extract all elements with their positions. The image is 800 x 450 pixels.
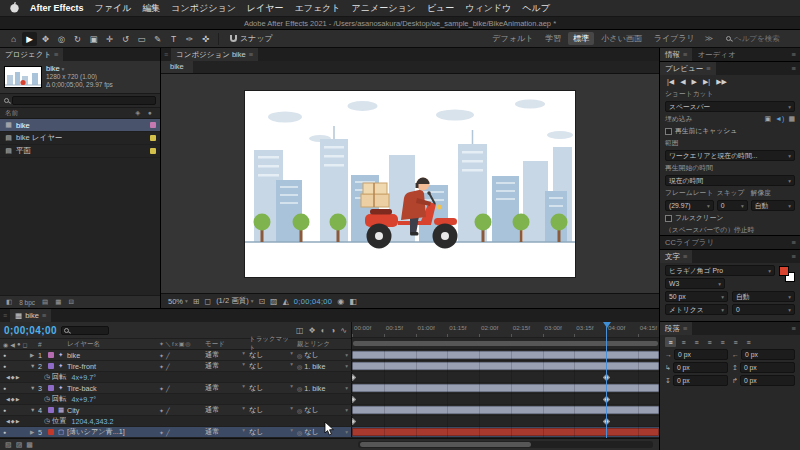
play-from-select[interactable]: 現在の時間▾ — [665, 175, 795, 186]
layer-label-chip[interactable] — [48, 385, 54, 391]
property-name[interactable]: 回転 — [52, 372, 66, 382]
pickwhip-icon[interactable]: ◎ — [297, 363, 302, 370]
parent-link-select[interactable]: ◎なし▾ — [297, 427, 351, 437]
menu-item[interactable]: ファイル — [95, 2, 132, 15]
tab-cc-libraries[interactable]: CCライブラリ — [660, 236, 719, 249]
current-time-display[interactable]: 0;00;04;00 — [4, 325, 57, 336]
kerning-select[interactable]: メトリクス▾ — [665, 304, 728, 315]
project-item-row[interactable]: ▤ 平面 — [0, 145, 160, 158]
range-select[interactable]: ワークエリアと現在の時間...▾ — [665, 150, 795, 161]
layer-switch-icons[interactable]: ✦╱ — [159, 364, 172, 370]
paragraph-value-field[interactable]: 0 px — [673, 375, 728, 386]
layer-name-header[interactable]: レイヤー名 — [67, 340, 159, 349]
layer-switch-icons[interactable]: ✦╱ — [159, 353, 172, 359]
menu-item[interactable]: ヘルプ — [522, 2, 550, 15]
show-channel-icon[interactable]: ◧ — [349, 297, 357, 306]
track-matte-select[interactable]: なし▾ — [249, 350, 297, 360]
motion-blur-icon[interactable]: ◑ — [330, 326, 335, 335]
rotation-tool[interactable]: ↺ — [118, 32, 133, 46]
layer-name[interactable]: bike — [67, 351, 159, 360]
help-search[interactable] — [726, 34, 792, 43]
parent-link-select[interactable]: ◎1. bike▾ — [297, 362, 351, 371]
panel-gripper-icon[interactable]: ≡ — [0, 312, 10, 319]
workspace-tab[interactable]: ライブラリ — [649, 32, 700, 45]
camera-tool[interactable]: ▣ — [86, 32, 101, 46]
tab-composition[interactable]: コンポジション bike≡ — [171, 48, 258, 61]
name-column-header[interactable]: 名前 — [5, 109, 18, 118]
eye-icon[interactable]: ● — [3, 407, 6, 413]
property-value[interactable]: 1204.4,343.2 — [71, 417, 113, 426]
snap-control[interactable]: スナップ — [230, 33, 273, 44]
last-frame-button[interactable]: ▶▶ — [716, 78, 727, 86]
viewer-current-time[interactable]: 0;00;04;00 — [294, 297, 332, 306]
expander-icon[interactable]: ▶ — [30, 352, 38, 358]
label-color-chip[interactable] — [150, 135, 156, 141]
workspace-tab[interactable]: デフォルト — [487, 32, 538, 45]
timeline-layer-row[interactable]: ● ▶ 1 ✦ bike ✦╱ 通常▾ なし▾ ◎なし▾ — [0, 350, 659, 361]
choose-grid-and-guides-icon[interactable]: ⊞ — [193, 297, 200, 306]
cache-before-playback-checkbox[interactable] — [665, 128, 672, 135]
leading-select[interactable]: 自動▾ — [732, 291, 795, 302]
pickwhip-icon[interactable]: ◎ — [297, 429, 302, 436]
pickwhip-icon[interactable]: ◎ — [297, 407, 302, 414]
align-center-button[interactable]: ≡ — [678, 337, 689, 347]
timeline-horizontal-scrollbar[interactable] — [358, 441, 653, 448]
menu-item[interactable]: ビュー — [427, 2, 454, 15]
parent-link-select[interactable]: ◎なし▾ — [297, 405, 351, 415]
font-size-select[interactable]: 50 px▾ — [665, 291, 728, 302]
blend-mode-select[interactable]: 通常▾ — [205, 405, 249, 415]
keyframe-track[interactable] — [352, 416, 659, 426]
expander-icon[interactable]: ▼ — [30, 363, 38, 369]
new-composition-icon[interactable]: ▦ — [55, 298, 61, 306]
layer-duration-bar[interactable] — [352, 406, 659, 414]
paragraph-value-field[interactable]: 0 px — [673, 362, 728, 373]
layer-bar-track[interactable] — [352, 383, 659, 393]
label-color-chip[interactable] — [150, 148, 156, 154]
track-matte-select[interactable]: なし▾ — [249, 427, 297, 437]
paragraph-value-field[interactable]: 0 px — [741, 349, 795, 360]
eye-icon[interactable]: ● — [3, 352, 6, 358]
blend-mode-select[interactable]: 通常▾ — [205, 350, 249, 360]
layer-label-chip[interactable] — [48, 429, 54, 435]
next-frame-button[interactable]: ▶| — [703, 78, 710, 86]
menu-item[interactable]: エフェクト — [294, 2, 340, 15]
panel-menu-icon[interactable]: ≡ — [42, 311, 46, 320]
stopwatch-icon[interactable]: ◷ — [44, 395, 50, 403]
stopwatch-icon[interactable]: ◷ — [44, 373, 50, 381]
layer-name[interactable]: City — [67, 406, 159, 415]
graph-editor-icon[interactable]: ∿ — [340, 326, 347, 335]
timeline-property-row[interactable]: ◀◆▶ ◷ 位置 1204.4,343.2 — [0, 416, 659, 427]
tab-timeline-bike[interactable]: ▦ bike ≡ — [10, 309, 51, 322]
property-value[interactable]: 4x+9.7° — [71, 373, 96, 382]
paragraph-value-field[interactable]: 0 px — [740, 362, 795, 373]
timeline-layer-row[interactable]: ● ▼ 2 ✦ Tire-front ✦╱ 通常▾ なし▾ ◎1. bike▾ — [0, 361, 659, 372]
region-of-interest-icon[interactable]: ⊡ — [258, 297, 265, 306]
layer-duration-bar[interactable] — [352, 362, 659, 370]
fill-stroke-swatch[interactable] — [779, 266, 795, 282]
panel-menu-icon[interactable]: ≡ — [788, 64, 800, 73]
layer-label-chip[interactable] — [48, 363, 54, 369]
draft-3d-icon[interactable]: ❖ — [308, 326, 315, 335]
layer-bar-track[interactable] — [352, 350, 659, 360]
keyframe-track[interactable] — [352, 372, 659, 382]
menu-item[interactable]: アニメーション — [352, 2, 416, 15]
bit-depth-button[interactable]: 8 bpc — [19, 299, 35, 306]
font-family-select[interactable]: ヒラギノ角ゴ Pro▾ — [665, 265, 775, 276]
help-search-input[interactable] — [734, 34, 792, 43]
scrollbar-thumb[interactable] — [360, 442, 531, 447]
include-video-icon[interactable]: ▣ — [764, 115, 771, 123]
layer-bar-track[interactable] — [352, 361, 659, 371]
snapshot-icon[interactable]: ◉ — [337, 297, 344, 306]
panel-menu-icon[interactable]: ≡ — [788, 50, 800, 59]
time-ruler[interactable]: 00:00f00:15f01:00f01:15f02:00f02:15f03:0… — [352, 322, 659, 338]
keyframe-navigator[interactable]: ◀◆▶ — [3, 418, 21, 424]
first-frame-button[interactable]: |◀ — [667, 78, 674, 86]
panel-menu-icon[interactable]: ≡ — [788, 238, 800, 247]
paragraph-value-field[interactable]: 0 px — [740, 375, 795, 386]
pickwhip-icon[interactable]: ◎ — [297, 385, 302, 392]
property-value[interactable]: 4x+9.7° — [71, 395, 96, 404]
hand-tool[interactable]: ✥ — [38, 32, 53, 46]
blend-mode-select[interactable]: 通常▾ — [205, 427, 249, 437]
mode-column-header[interactable]: モード — [205, 340, 249, 349]
menu-item[interactable]: コンポジション — [171, 2, 235, 15]
